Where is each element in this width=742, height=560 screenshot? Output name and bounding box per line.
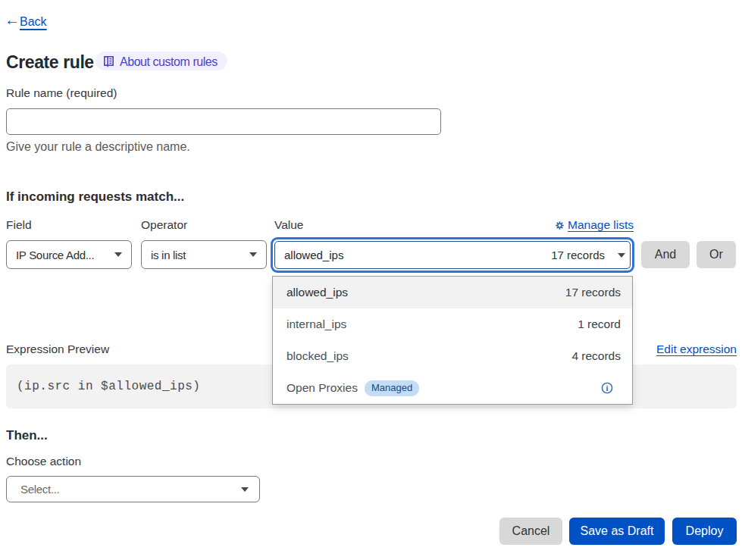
svg-text:i: i (606, 384, 609, 393)
